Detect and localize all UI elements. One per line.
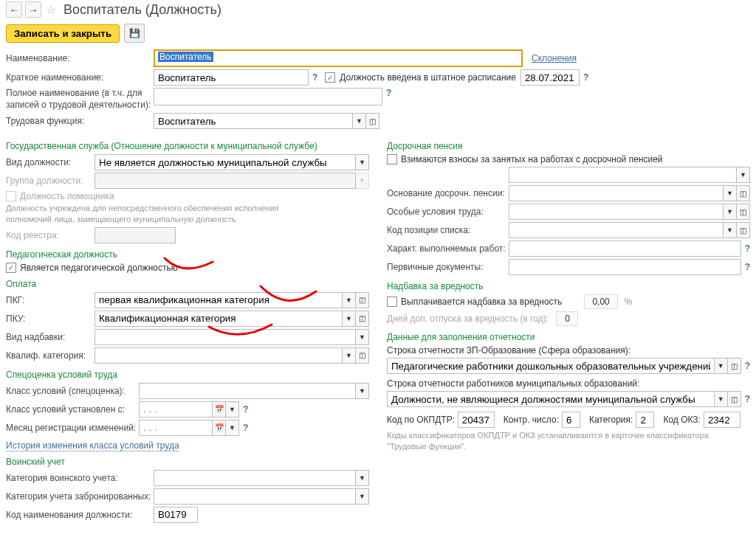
govservice-header: Государственная служба (Отношение должно… [6, 141, 369, 151]
calendar-icon[interactable]: 📅 [213, 420, 226, 436]
mun-line-label: Строка отчетности работников муниципальн… [387, 378, 750, 389]
military-category-input[interactable] [154, 470, 356, 486]
month-registration-input[interactable] [139, 420, 213, 436]
class-conditions-label: Класс условий (спецоценка): [6, 386, 139, 396]
qualif-label: Квалиф. категория: [6, 350, 94, 361]
assistant-label: Должность помощника [20, 191, 114, 201]
popup-button[interactable]: ◫ [356, 292, 369, 308]
dropdown-button[interactable]: ▼ [356, 488, 369, 505]
help-icon[interactable]: ? [583, 72, 588, 83]
in-staffing-checkbox[interactable]: ✓ [325, 72, 335, 83]
fullname-label: Полное наименование (в т.ч. для записей … [6, 88, 154, 111]
shortname-input[interactable] [154, 69, 309, 86]
popup-button[interactable]: ◫ [737, 204, 750, 220]
hazard-days-value: 0 [556, 311, 578, 326]
allowance-input[interactable] [94, 329, 356, 345]
shortname-label: Краткое наименование: [6, 72, 154, 83]
pkg-input[interactable] [94, 292, 343, 308]
special-conditions-label: Особые условия труда: [387, 207, 509, 217]
dropdown-button[interactable]: ▼ [343, 292, 356, 308]
position-group-label: Группа должности: [6, 176, 94, 186]
pedagogical-header: Педагогическая должность [6, 249, 369, 260]
dropdown-button[interactable]: ▼ [226, 420, 239, 436]
declensions-link[interactable]: Склонения [532, 53, 577, 63]
in-staffing-label: Должность введена в штатное расписание [340, 72, 516, 83]
dropdown-button[interactable]: ▼ [343, 311, 356, 327]
dropdown-button[interactable]: ▼ [356, 383, 369, 399]
help-icon[interactable]: ? [745, 262, 750, 272]
position-list-code-label: Код позиции списка: [387, 225, 509, 235]
help-icon[interactable]: ? [745, 361, 750, 371]
control-number-input[interactable] [562, 412, 580, 428]
position-code-input[interactable] [154, 507, 198, 523]
popup-button[interactable]: ◫ [737, 222, 750, 238]
laborfunc-input[interactable] [154, 113, 353, 129]
work-nature-label: Характ. выполняемых работ: [387, 243, 509, 254]
forward-button[interactable]: → [25, 1, 41, 18]
help-icon[interactable]: ? [745, 394, 750, 404]
dropdown-button[interactable]: ▼ [715, 358, 728, 374]
help-icon[interactable]: ? [312, 72, 317, 83]
dropdown-button[interactable]: ▼ [737, 167, 750, 183]
dropdown-button[interactable]: ▼ [715, 391, 728, 407]
qualif-input[interactable] [94, 347, 343, 364]
save-close-button[interactable]: Записать и закрыть [6, 24, 120, 43]
class-set-from-input[interactable] [139, 401, 213, 418]
dropdown-button[interactable]: ▼ [724, 204, 737, 220]
dropdown-button[interactable]: ▼ [724, 185, 737, 201]
pku-input[interactable] [94, 311, 343, 327]
back-button[interactable]: ← [6, 1, 22, 18]
popup-button[interactable]: ◫ [356, 347, 369, 364]
position-list-code-input[interactable] [509, 222, 724, 238]
name-label: Наименование: [6, 53, 154, 63]
help-icon[interactable]: ? [386, 88, 391, 98]
special-conditions-input[interactable] [509, 204, 724, 220]
save-button[interactable]: 💾 [124, 24, 145, 43]
name-input[interactable]: Воспитатель [154, 49, 523, 67]
is-pedagogical-checkbox[interactable]: ✓ [6, 263, 16, 273]
work-nature-input[interactable] [509, 240, 741, 257]
early-pension-header: Досрочная пенсия [387, 141, 750, 151]
position-type-input[interactable] [94, 154, 356, 170]
okpdtr-input[interactable] [458, 412, 495, 428]
popup-button[interactable]: ◫ [728, 358, 741, 374]
popup-button[interactable]: ◫ [356, 311, 369, 327]
assistant-checkbox [6, 191, 16, 201]
help-icon[interactable]: ? [243, 423, 248, 433]
zp-line-input[interactable] [387, 358, 715, 374]
in-staffing-date[interactable] [520, 69, 580, 86]
booked-category-input[interactable] [154, 488, 356, 505]
pension-basis-input[interactable] [509, 185, 724, 201]
dropdown-button[interactable]: ▼ [343, 347, 356, 364]
popup-button[interactable]: ◫ [728, 391, 741, 407]
fullname-input[interactable] [154, 88, 382, 105]
pension-contrib-label: Взимаются взносы за занятых на работах с… [401, 154, 663, 164]
dropdown-button[interactable]: ▼ [356, 470, 369, 486]
dropdown-button[interactable]: ▼ [356, 154, 369, 170]
dropdown-button[interactable]: ▼ [724, 222, 737, 238]
help-icon[interactable]: ? [745, 243, 750, 254]
pension-class-input[interactable] [509, 167, 737, 183]
okz-input[interactable] [704, 412, 740, 428]
calendar-icon[interactable]: 📅 [213, 401, 226, 418]
favorite-icon[interactable]: ☆ [46, 3, 56, 17]
hazard-paid-checkbox[interactable] [387, 297, 397, 307]
report-footnote: Коды классификаторов ОКПДТР и ОКЗ устана… [387, 430, 750, 452]
laborfunc-label: Трудовая функция: [6, 116, 154, 126]
position-type-label: Вид должности: [6, 157, 94, 167]
dropdown-button[interactable]: ▼ [356, 329, 369, 345]
category-input[interactable] [636, 412, 654, 428]
class-history-link[interactable]: История изменения класса условий труда [6, 440, 179, 451]
zp-line-label: Строка отчетности ЗП-Образование (Сфера … [387, 345, 750, 356]
mun-line-input[interactable] [387, 391, 715, 407]
popup-button[interactable]: ◫ [737, 185, 750, 201]
pension-contrib-checkbox[interactable] [387, 154, 397, 164]
dropdown-button[interactable]: ▼ [353, 113, 366, 129]
okpdtr-label: Код по ОКПДТР: [387, 415, 455, 425]
help-icon[interactable]: ? [243, 404, 248, 415]
primary-docs-input[interactable] [509, 259, 741, 275]
dropdown-button[interactable]: ▼ [226, 401, 239, 418]
popup-button[interactable]: ◫ [366, 113, 379, 129]
class-conditions-input[interactable] [139, 383, 356, 399]
pension-basis-label: Основание досрочн. пенсии: [387, 188, 509, 198]
